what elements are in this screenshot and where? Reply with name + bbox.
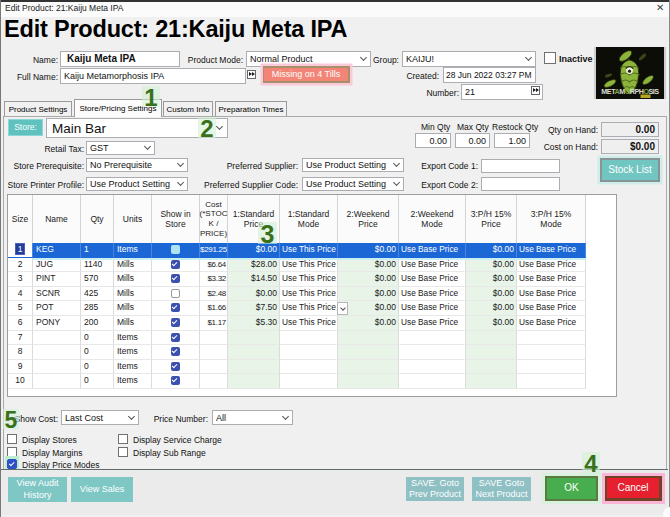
svg-text:METAMORPHOSIS: METAMORPHOSIS: [601, 87, 659, 96]
